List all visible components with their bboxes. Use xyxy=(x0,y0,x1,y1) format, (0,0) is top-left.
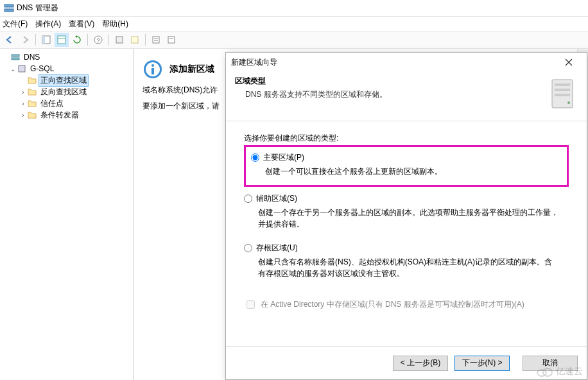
checkbox-store-ad xyxy=(246,300,255,309)
close-button[interactable] xyxy=(556,55,582,70)
toolbar: ? xyxy=(0,31,588,49)
toolbar-icon-4[interactable] xyxy=(164,33,178,47)
watermark: 亿速云 xyxy=(535,366,583,377)
refresh-button[interactable] xyxy=(70,33,84,47)
folder-icon xyxy=(27,87,37,97)
content-heading: 添加新区域 xyxy=(169,64,214,75)
svg-rect-17 xyxy=(19,65,25,72)
tree-conditional-forwarders[interactable]: › 条件转发器 xyxy=(0,109,133,121)
server-graphic-icon xyxy=(547,76,578,112)
title-bar: DNS 管理器 xyxy=(0,0,588,17)
radio-stub-zone[interactable] xyxy=(244,244,252,252)
dns-app-icon xyxy=(4,3,14,13)
folder-icon xyxy=(27,110,37,120)
cloud-icon xyxy=(535,366,553,377)
caret-right-icon[interactable]: › xyxy=(19,89,27,96)
caret-right-icon[interactable]: › xyxy=(19,112,27,119)
toolbar-separator xyxy=(108,34,109,46)
svg-rect-16 xyxy=(12,58,19,60)
folder-icon xyxy=(27,98,37,108)
menu-action[interactable]: 操作(A) xyxy=(35,19,61,30)
help-button[interactable]: ? xyxy=(91,33,105,47)
toolbar-separator xyxy=(145,34,146,46)
svg-point-28 xyxy=(567,101,570,104)
tree-root-dns[interactable]: DNS xyxy=(0,51,133,63)
svg-rect-27 xyxy=(555,94,570,96)
section-subtitle: DNS 服务器支持不同类型的区域和存储。 xyxy=(235,89,547,100)
radio-primary-zone[interactable] xyxy=(251,153,259,162)
server-icon xyxy=(17,64,27,74)
info-icon xyxy=(143,59,163,80)
stub-zone-desc: 创建只含有名称服务器(NS)、起始授权机构(SOA)和粘连主机(A)记录的区域的… xyxy=(244,254,558,286)
highlighted-option: 主要区域(P) 创建一个可以直接在这个服务器上更新的区域副本。 xyxy=(244,145,569,187)
svg-rect-26 xyxy=(555,89,570,91)
toolbar-icon-2[interactable] xyxy=(128,33,142,47)
checkbox-store-ad-label: 在 Active Directory 中存储区域(只有 DNS 服务器是可写域控… xyxy=(261,299,524,310)
svg-rect-10 xyxy=(153,37,159,43)
primary-zone-desc: 创建一个可以直接在这个服务器上更新的区域副本。 xyxy=(251,163,562,184)
menu-help[interactable]: 帮助(H) xyxy=(102,19,128,30)
svg-rect-13 xyxy=(168,37,175,43)
new-zone-wizard-dialog: 新建区域向导 区域类型 DNS 服务器支持不同类型的区域和存储。 选择你要创建的… xyxy=(225,52,587,380)
caret-right-icon[interactable]: › xyxy=(19,100,27,107)
svg-rect-15 xyxy=(12,55,19,56)
caret-down-icon[interactable]: ⌄ xyxy=(9,65,17,73)
svg-rect-25 xyxy=(555,83,570,86)
tree-label: 正向查找区域 xyxy=(39,74,89,87)
window-title: DNS 管理器 xyxy=(17,3,58,13)
section-title: 区域类型 xyxy=(235,76,266,85)
svg-rect-1 xyxy=(4,9,13,12)
dialog-buttons: < 上一步(B) 下一步(N) > 取消 xyxy=(226,346,587,379)
svg-rect-9 xyxy=(132,37,138,43)
tree-label: 信任点 xyxy=(39,98,65,109)
toolbar-separator xyxy=(87,34,88,46)
next-button[interactable]: 下一步(N) > xyxy=(454,356,510,371)
view-options-button[interactable] xyxy=(55,33,69,47)
tree-label: G-SQL xyxy=(28,64,56,73)
radio-secondary-zone[interactable] xyxy=(244,194,252,203)
close-icon xyxy=(565,58,573,66)
tree-panel[interactable]: DNS ⌄ G-SQL 正向查找区域 › 反向查找区域 › 信任点 › 条件转发… xyxy=(0,49,134,380)
menu-bar: 文件(F) 操作(A) 查看(V) 帮助(H) xyxy=(0,17,588,31)
watermark-text: 亿速云 xyxy=(556,366,583,377)
forward-button[interactable] xyxy=(18,33,32,47)
radio-secondary-label[interactable]: 辅助区域(S) xyxy=(256,193,297,204)
secondary-zone-desc: 创建一个存在于另一个服务器上的区域的副本。此选项帮助主服务器平衡处理的工作量，并… xyxy=(244,204,558,236)
tree-trust-points[interactable]: › 信任点 xyxy=(0,98,133,109)
dns-icon xyxy=(10,52,21,62)
svg-rect-21 xyxy=(151,68,154,74)
tree-label: 条件转发器 xyxy=(39,110,81,121)
svg-point-20 xyxy=(151,64,154,67)
tree-server[interactable]: ⌄ G-SQL xyxy=(0,63,133,74)
svg-rect-0 xyxy=(4,4,13,7)
folder-icon xyxy=(27,75,37,85)
toolbar-separator xyxy=(35,34,36,46)
back-button[interactable] xyxy=(3,33,17,47)
svg-rect-3 xyxy=(42,36,45,44)
toolbar-icon-1[interactable] xyxy=(112,33,126,47)
svg-rect-8 xyxy=(116,37,123,43)
menu-view[interactable]: 查看(V) xyxy=(69,19,94,30)
back-button[interactable]: < 上一步(B) xyxy=(393,356,448,371)
tree-label: 反向查找区域 xyxy=(39,87,89,98)
dialog-titlebar[interactable]: 新建区域向导 xyxy=(226,53,587,72)
tree-forward-lookup[interactable]: 正向查找区域 xyxy=(0,74,133,86)
dialog-title: 新建区域向导 xyxy=(231,57,277,68)
tree-reverse-lookup[interactable]: › 反向查找区域 xyxy=(0,86,133,98)
prompt-text: 选择你要创建的区域的类型: xyxy=(244,133,569,144)
dialog-body: 选择你要创建的区域的类型: 主要区域(P) 创建一个可以直接在这个服务器上更新的… xyxy=(226,121,587,346)
svg-text:?: ? xyxy=(96,37,99,44)
svg-rect-4 xyxy=(58,36,65,44)
radio-primary-label[interactable]: 主要区域(P) xyxy=(263,152,304,163)
radio-stub-label[interactable]: 存根区域(U) xyxy=(256,243,298,254)
menu-file[interactable]: 文件(F) xyxy=(3,19,28,30)
toolbar-icon-3[interactable] xyxy=(149,33,163,47)
dialog-header: 区域类型 DNS 服务器支持不同类型的区域和存储。 xyxy=(226,72,587,121)
tree-label: DNS xyxy=(22,53,42,62)
svg-point-30 xyxy=(543,368,552,376)
show-hide-tree-button[interactable] xyxy=(39,33,53,47)
